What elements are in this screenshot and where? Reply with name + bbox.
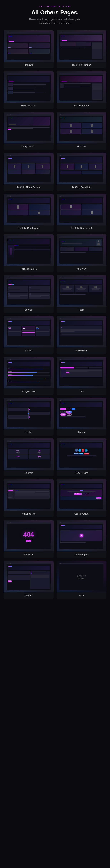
card-label-contact: Contact xyxy=(23,592,34,599)
cards-grid: Blog Grid xyxy=(4,30,106,599)
card-about-us[interactable]: About Us xyxy=(57,235,107,272)
card-thumb-blog-list-view xyxy=(4,71,54,102)
card-thumb-blog-grid-sidebar xyxy=(57,30,107,62)
card-thumb-404-page: 404 Page Not Found Go Home xyxy=(4,520,54,551)
card-progressbar[interactable]: Web Design Development Marketing xyxy=(4,357,54,395)
card-thumb-social-share: f t i in Facebook Twitter Instagram xyxy=(57,438,107,470)
card-label-portfolio-grid-layout: Portfolio Grid Layout xyxy=(16,225,41,231)
card-label-tab: Tab xyxy=(78,388,85,395)
card-thumb-more: COMINGSOON xyxy=(57,561,107,592)
card-thumb-service xyxy=(4,275,54,307)
card-thumb-about-us xyxy=(57,235,107,266)
card-label-team: Team xyxy=(77,307,86,313)
card-label-more: More xyxy=(77,592,85,599)
card-team[interactable]: Team xyxy=(57,275,107,313)
card-label-blog-list-view: Blog List View xyxy=(20,102,37,109)
card-thumb-portfolio-grid-layout xyxy=(4,194,54,225)
card-label-progressbar: Progressbar xyxy=(21,388,36,395)
card-label-timeline: Timeline xyxy=(23,429,34,436)
card-label-about-us: About Us xyxy=(75,266,88,272)
card-label-blog-list-sidebar: Blog List Sidebar xyxy=(71,102,91,109)
card-label-pricing: Pricing xyxy=(24,347,34,354)
card-portfolio-full-width[interactable]: Portfolio Full Width xyxy=(57,153,107,191)
card-contact[interactable]: Send Contact xyxy=(4,561,54,599)
card-service[interactable]: Service xyxy=(4,275,54,313)
card-thumb-advance-tab xyxy=(4,479,54,510)
card-label-button: Button xyxy=(77,429,86,436)
card-label-blog-details: Blog Details xyxy=(21,143,36,150)
page-wrapper: Choose One Of Styles All Others Pages. H… xyxy=(0,0,110,606)
card-404-page[interactable]: 404 Page Not Found Go Home 404 Page xyxy=(4,520,54,558)
card-thumb-testimonial: " xyxy=(57,316,107,347)
card-blog-grid-sidebar[interactable]: Blog Grid Sidebar xyxy=(57,30,107,68)
card-thumb-blog-details xyxy=(4,112,54,143)
card-thumb-pricing: Basic $29 Pro $59 xyxy=(4,316,54,347)
card-portfolio-box-layout[interactable]: Portfolio Box Layout xyxy=(57,194,107,231)
header-section: Choose One Of Styles All Others Pages. H… xyxy=(4,5,106,25)
card-blog-list-sidebar[interactable]: Blog List Sidebar xyxy=(57,71,107,109)
card-thumb-portfolio-full-width xyxy=(57,153,107,184)
card-thumb-portfolio-three-column xyxy=(4,153,54,184)
card-blog-list-view[interactable]: Blog List View xyxy=(4,71,54,109)
card-label-404-page: 404 Page xyxy=(22,551,35,558)
card-label-testimonial: Testimonial xyxy=(74,347,89,354)
header-title: All Others Pages. xyxy=(4,9,106,16)
card-label-counter: Counter xyxy=(23,470,34,476)
card-thumb-video-popup xyxy=(57,520,107,551)
card-label-video-popup: Video Popup xyxy=(73,551,89,558)
card-button[interactable]: Primary Outline Blue Default Gradient Ro… xyxy=(57,398,107,436)
card-more[interactable]: COMINGSOON More xyxy=(57,561,107,599)
card-portfolio-grid-layout[interactable]: Portfolio Grid Layout xyxy=(4,194,54,231)
card-thumb-portfolio xyxy=(57,112,107,143)
card-thumb-tab xyxy=(57,357,107,388)
card-tab[interactable]: Tab xyxy=(57,357,107,395)
card-testimonial[interactable]: " xyxy=(57,316,107,354)
header-desc: Have a nice Inner pages include in doob … xyxy=(4,18,106,25)
card-call-to-action[interactable]: Get Started Learn More Contact xyxy=(57,479,107,517)
card-label-portfolio-box-layout: Portfolio Box Layout xyxy=(70,225,93,231)
card-label-blog-grid-sidebar: Blog Grid Sidebar xyxy=(71,62,92,68)
card-thumb-contact: Send xyxy=(4,561,54,592)
card-portfolio-details[interactable]: Portfolio Details xyxy=(4,235,54,272)
card-blog-details[interactable]: Blog Details xyxy=(4,112,54,150)
card-pricing[interactable]: Basic $29 Pro $59 xyxy=(4,316,54,354)
card-label-blog-grid: Blog Grid xyxy=(22,62,35,68)
card-portfolio[interactable]: Portfolio xyxy=(57,112,107,150)
card-label-portfolio-details: Portfolio Details xyxy=(19,266,38,272)
card-thumb-portfolio-box-layout xyxy=(57,194,107,225)
card-social-share[interactable]: f t i in Facebook Twitter Instagram xyxy=(57,438,107,476)
card-thumb-call-to-action: Get Started Learn More Contact xyxy=(57,479,107,510)
header-subtitle: Choose One Of Styles xyxy=(4,5,106,7)
card-thumb-button: Primary Outline Blue Default Gradient Ro… xyxy=(57,398,107,429)
card-thumb-portfolio-details xyxy=(4,235,54,266)
card-video-popup[interactable]: Video Popup xyxy=(57,520,107,558)
card-portfolio-three-column[interactable]: Portfolio Three Column xyxy=(4,153,54,191)
card-label-social-share: Social Share xyxy=(73,470,89,476)
card-label-advance-tab: Advance Tab xyxy=(21,510,37,517)
card-label-call-to-action: Call To Action xyxy=(73,510,90,517)
card-thumb-team xyxy=(57,275,107,307)
card-thumb-counter: 870+ Projects 99% Clients 315+ Awards xyxy=(4,438,54,470)
card-label-service: Service xyxy=(23,307,34,313)
card-thumb-blog-grid xyxy=(4,30,54,62)
card-label-portfolio-full-width: Portfolio Full Width xyxy=(70,184,93,191)
card-timeline[interactable]: Timeline xyxy=(4,398,54,436)
card-thumb-timeline xyxy=(4,398,54,429)
card-thumb-progressbar: Web Design Development Marketing xyxy=(4,357,54,388)
card-label-portfolio: Portfolio xyxy=(76,143,87,150)
card-counter[interactable]: 870+ Projects 99% Clients 315+ Awards xyxy=(4,438,54,476)
card-label-portfolio-three-column: Portfolio Three Column xyxy=(15,184,42,191)
card-thumb-blog-list-sidebar xyxy=(57,71,107,102)
card-blog-grid[interactable]: Blog Grid xyxy=(4,30,54,68)
card-advance-tab[interactable]: Advance Tab xyxy=(4,479,54,517)
